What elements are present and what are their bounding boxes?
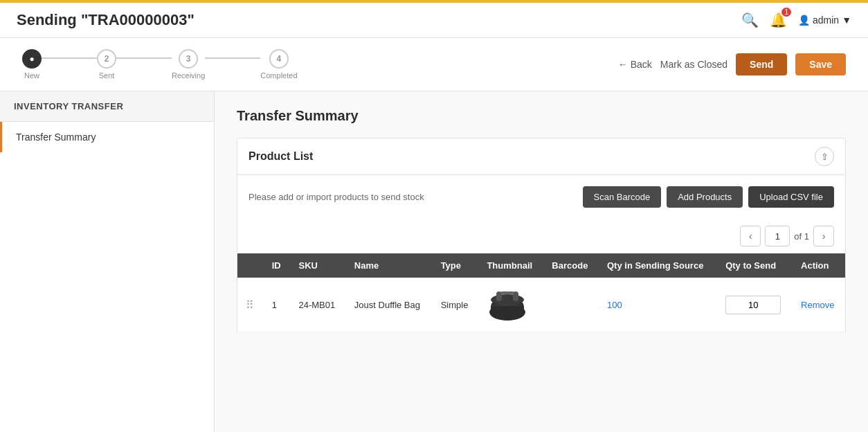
wizard-bar: ● New 2 Sent 3 Receiving 4 Completed (0, 38, 868, 91)
table-header-row: ID SKU Name Type Thumbnail Barcode Qty i… (237, 253, 846, 278)
notification-badge: 1 (781, 8, 791, 17)
svg-rect-5 (500, 291, 514, 294)
wizard-step-completed: 4 Completed (260, 49, 297, 80)
current-page: 1 (765, 226, 790, 246)
step-num-3: 3 (186, 54, 191, 64)
back-arrow-icon: ← (618, 59, 628, 70)
mark-as-closed-button[interactable]: Mark as Closed (660, 59, 727, 70)
col-sku: SKU (290, 253, 345, 278)
scan-barcode-button[interactable]: Scan Barcode (583, 186, 662, 208)
col-action: Action (793, 253, 845, 278)
qty-to-send-input[interactable] (725, 296, 781, 314)
action-buttons: Scan Barcode Add Products Upload CSV fil… (583, 186, 835, 208)
step-dot: ● (29, 54, 34, 64)
product-actions-bar: Please add or import products to send st… (237, 175, 846, 219)
page-title: Sending "TRA00000003" (17, 11, 195, 29)
step-circle-3: 3 (179, 49, 198, 69)
drag-handle-cell: ⠿ (237, 278, 264, 332)
step-label-receiving: Receiving (172, 71, 205, 80)
wizard-step-sent: 2 Sent (97, 49, 116, 80)
add-products-button[interactable]: Add Products (667, 186, 743, 208)
collapse-button[interactable]: ⇧ (815, 147, 834, 166)
user-icon: 👤 (798, 15, 810, 26)
col-qty-send: Qty to Send (717, 253, 793, 278)
row-qty-source: 100 (599, 278, 717, 332)
main-content: Transfer Summary Product List ⇧ Please a… (215, 91, 868, 432)
step-line-3 (205, 57, 260, 59)
step-label-completed: Completed (260, 71, 297, 80)
step-circle-2: 2 (97, 49, 116, 69)
back-button[interactable]: ← Back (618, 59, 652, 70)
remove-button[interactable]: Remove (801, 300, 834, 310)
content-area: INVENTORY TRANSFER Transfer Summary Tran… (0, 91, 868, 432)
section-title: Transfer Summary (237, 108, 846, 124)
header-actions: 🔍 🔔 1 👤 admin ▼ (741, 12, 851, 28)
step-num-4: 4 (277, 54, 282, 64)
product-thumbnail-image (487, 285, 528, 323)
wizard-step-new: ● New (22, 49, 42, 80)
drag-handle-icon[interactable]: ⠿ (246, 299, 254, 311)
send-button[interactable]: Send (736, 53, 787, 75)
admin-menu[interactable]: 👤 admin ▼ (798, 15, 851, 26)
row-id: 1 (264, 278, 291, 332)
upload-csv-button[interactable]: Upload CSV file (748, 186, 834, 208)
empty-state-text: Please add or import products to send st… (248, 192, 424, 202)
wizard-step-receiving: 3 Receiving (172, 49, 205, 80)
save-button[interactable]: Save (795, 53, 846, 75)
wizard-steps: ● New 2 Sent 3 Receiving 4 Completed (22, 49, 298, 80)
page-of-label: of 1 (794, 231, 809, 242)
row-type: Simple (433, 278, 479, 332)
row-qty-send[interactable] (717, 278, 793, 332)
bell-icon[interactable]: 🔔 1 (770, 12, 787, 28)
row-sku: 24-MB01 (290, 278, 345, 332)
search-icon[interactable]: 🔍 (741, 12, 759, 28)
product-list-header: Product List ⇧ (237, 138, 846, 175)
pagination-bar: ‹ 1 of 1 › (237, 219, 846, 253)
row-action: Remove (793, 278, 845, 332)
sidebar: INVENTORY TRANSFER Transfer Summary (0, 91, 215, 432)
prev-page-button[interactable]: ‹ (740, 226, 761, 246)
chevron-up-icon: ⇧ (821, 152, 829, 162)
step-label-new: New (24, 71, 39, 80)
row-barcode (543, 278, 599, 332)
header: Sending "TRA00000003" 🔍 🔔 1 👤 admin ▼ (0, 3, 868, 38)
sidebar-heading: INVENTORY TRANSFER (0, 91, 214, 122)
svg-point-2 (491, 294, 524, 305)
col-type: Type (433, 253, 479, 278)
row-thumbnail (478, 278, 543, 332)
chevron-down-icon: ▼ (842, 15, 851, 26)
step-label-sent: Sent (99, 71, 115, 80)
step-num-2: 2 (105, 54, 109, 64)
col-barcode: Barcode (543, 253, 599, 278)
wizard-actions: ← Back Mark as Closed Send Save (618, 53, 846, 75)
col-thumbnail: Thumbnail (478, 253, 543, 278)
step-circle-1: ● (22, 49, 42, 69)
product-table: ID SKU Name Type Thumbnail Barcode Qty i… (237, 253, 846, 332)
step-circle-4: 4 (269, 49, 289, 69)
table-row: ⠿ 1 24-MB01 Joust Duffle Bag Simple (237, 278, 846, 332)
col-id: ID (264, 253, 291, 278)
step-line-2 (116, 57, 172, 59)
col-name: Name (346, 253, 433, 278)
admin-label-text: admin (813, 15, 839, 26)
step-line-1 (42, 57, 97, 59)
col-qty-source: Qty in Sending Source (599, 253, 717, 278)
sidebar-item-transfer-summary[interactable]: Transfer Summary (0, 122, 214, 152)
next-page-button[interactable]: › (813, 226, 834, 246)
col-drag (237, 253, 264, 278)
row-name: Joust Duffle Bag (346, 278, 433, 332)
product-list-label: Product List (248, 150, 313, 163)
